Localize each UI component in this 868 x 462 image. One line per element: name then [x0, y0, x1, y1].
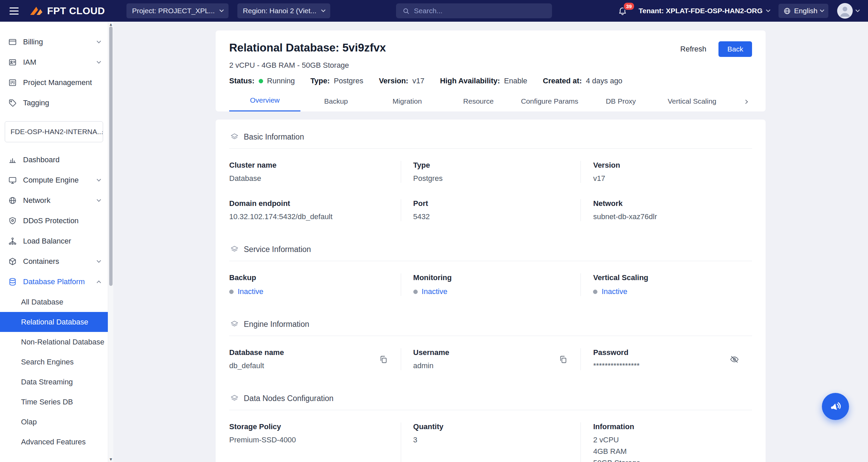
field-label: Backup	[229, 273, 391, 282]
back-button[interactable]: Back	[718, 41, 752, 57]
layers-icon	[230, 394, 239, 403]
chevron-down-icon	[97, 39, 101, 43]
announcement-fab[interactable]	[822, 393, 849, 420]
ha-label: High Availability:	[440, 77, 500, 85]
tenant-selector[interactable]: Tenant: XPLAT-FDE-OSP-HAN2-ORG	[639, 7, 770, 15]
status-value: Running	[267, 77, 295, 85]
sidebar-subitem-non-relational-database[interactable]: Non-Relational Database	[0, 332, 108, 352]
service-status-link[interactable]: Inactive	[601, 287, 627, 296]
global-search[interactable]	[396, 3, 552, 18]
language-selector[interactable]: English	[778, 4, 828, 18]
detail-row: Backup Inactive Monitoring Inactive Vert…	[229, 261, 752, 310]
section-title: Data Nodes Configuration	[244, 394, 334, 403]
field-label: Monitoring	[413, 273, 571, 282]
db-spec-subtitle: 2 vCPU - 4GB RAM - 50GB Storage	[229, 61, 752, 70]
detail-row: Domain endpoint 10.32.102.174:5432/db_de…	[229, 196, 752, 235]
tab-resource[interactable]: Resource	[443, 97, 514, 111]
eye-off-icon[interactable]	[730, 355, 739, 364]
type-value: Postgres	[334, 77, 363, 85]
sidebar-subitem-all-database[interactable]: All Database	[0, 292, 108, 312]
field-label: Version	[593, 161, 742, 170]
chevron-down-icon	[97, 177, 101, 182]
field-label: Username	[413, 348, 449, 357]
section-service-information: Service Information	[229, 235, 752, 261]
sidebar-item-network[interactable]: Network	[0, 190, 108, 211]
region-selector[interactable]: Region: Hanoi 2 (Viet...	[237, 3, 330, 18]
region-selector-label: Region: Hanoi 2 (Viet...	[243, 7, 316, 15]
search-input[interactable]	[414, 7, 546, 15]
service-status-link[interactable]: Inactive	[238, 287, 263, 296]
user-menu[interactable]	[837, 3, 859, 19]
sidebar-item-dashboard[interactable]: Dashboard	[0, 150, 108, 170]
field-value: Database	[229, 174, 391, 183]
sidebar-subitem-olap[interactable]: Olap	[0, 412, 108, 432]
sidebar-subitem-search-engines[interactable]: Search Engines	[0, 352, 108, 372]
search-icon	[402, 7, 410, 15]
tab-vertical-scaling[interactable]: Vertical Scaling	[656, 97, 728, 111]
sidebar-item-billing[interactable]: Billing	[0, 32, 108, 52]
section-title: Basic Information	[244, 132, 304, 142]
field-label: Password	[593, 348, 639, 357]
field-label: Type	[413, 161, 571, 170]
field-value: 3	[413, 436, 571, 444]
detail-row: Storage Policy Premium-SSD-4000 Quantity…	[229, 410, 752, 462]
dashboard-icon	[8, 155, 17, 164]
section-title: Engine Information	[244, 320, 309, 329]
sidebar-subitem-relational-database[interactable]: Relational Database	[0, 312, 108, 332]
copy-icon[interactable]	[379, 355, 388, 364]
tab-overview[interactable]: Overview	[229, 96, 300, 111]
sidebar-item-iam[interactable]: IAM	[0, 52, 108, 72]
scroll-down-arrow-icon[interactable]: ▼	[108, 457, 114, 462]
sidebar: Billing IAM Project Management Tagging F…	[0, 22, 108, 462]
compute-engine-icon	[8, 176, 17, 185]
sidebar-item-containers[interactable]: Containers	[0, 251, 108, 272]
database-icon	[8, 277, 17, 286]
menu-icon[interactable]	[9, 5, 19, 17]
logo-text: FPT CLOUD	[47, 5, 105, 17]
sidebar-item-tagging[interactable]: Tagging	[0, 93, 108, 113]
tenant-label: Tenant: XPLAT-FDE-OSP-HAN2-ORG	[639, 7, 763, 15]
workspace-selector[interactable]: FDE-OSP-HAN2-INTERNA...	[5, 121, 103, 142]
created-at-label: Created at:	[543, 77, 582, 85]
user-icon	[837, 3, 853, 19]
notifications-button[interactable]: 39	[618, 6, 627, 16]
sidebar-item-compute-engine[interactable]: Compute Engine	[0, 170, 108, 190]
field-value: admin	[413, 361, 449, 370]
fpt-cloud-logo[interactable]: FPT CLOUD	[29, 5, 105, 17]
tab-backup[interactable]: Backup	[300, 97, 372, 111]
tab-configure-params[interactable]: Configure Params	[514, 97, 585, 111]
chevron-down-icon	[855, 8, 860, 12]
sidebar-subitem-time-series-db[interactable]: Time Series DB	[0, 392, 108, 412]
sidebar-subitem-advanced-features[interactable]: Advanced Features	[0, 432, 108, 452]
section-title: Service Information	[244, 245, 311, 254]
sidebar-item-ddos-protection[interactable]: DDoS Protection	[0, 211, 108, 231]
page-title: Relational Database: 5vi9zfvx	[229, 41, 386, 54]
field-value: 5432	[413, 212, 571, 221]
copy-icon[interactable]	[559, 355, 568, 364]
load-balancer-icon	[8, 237, 17, 246]
type-label: Type:	[311, 77, 330, 85]
tab-migration[interactable]: Migration	[372, 97, 443, 111]
field-value: v17	[593, 174, 742, 183]
scrollbar-thumb[interactable]	[109, 26, 113, 286]
chevron-right-icon	[744, 100, 748, 104]
main-content: Relational Database: 5vi9zfvx Refresh Ba…	[113, 22, 868, 462]
sidebar-item-load-balancer[interactable]: Load Balancer	[0, 231, 108, 251]
sidebar-item-label: IAM	[23, 58, 91, 67]
tabs-overflow-button[interactable]	[739, 99, 752, 111]
sidebar-item-label: Tagging	[23, 99, 100, 107]
sidebar-subitem-data-streaming[interactable]: Data Streaming	[0, 372, 108, 392]
sidebar-scrollbar[interactable]: ▲ ▼	[108, 22, 113, 462]
project-selector[interactable]: Project: PROJECT_XPL...	[126, 3, 229, 18]
running-status-dot	[259, 79, 263, 83]
service-status-link[interactable]: Inactive	[422, 287, 448, 296]
iam-icon	[8, 58, 17, 67]
detail-row: Cluster name Database Type Postgres Vers…	[229, 149, 752, 196]
refresh-button[interactable]: Refresh	[680, 45, 706, 54]
tab-db-proxy[interactable]: DB Proxy	[585, 97, 656, 111]
sidebar-item-project-management[interactable]: Project Management	[0, 72, 108, 93]
sidebar-item-label: Dashboard	[23, 155, 100, 164]
sidebar-item-database-platform[interactable]: Database Platform	[0, 272, 108, 292]
field-label: Cluster name	[229, 161, 391, 170]
field-value-line: 2 vCPU	[593, 436, 742, 444]
